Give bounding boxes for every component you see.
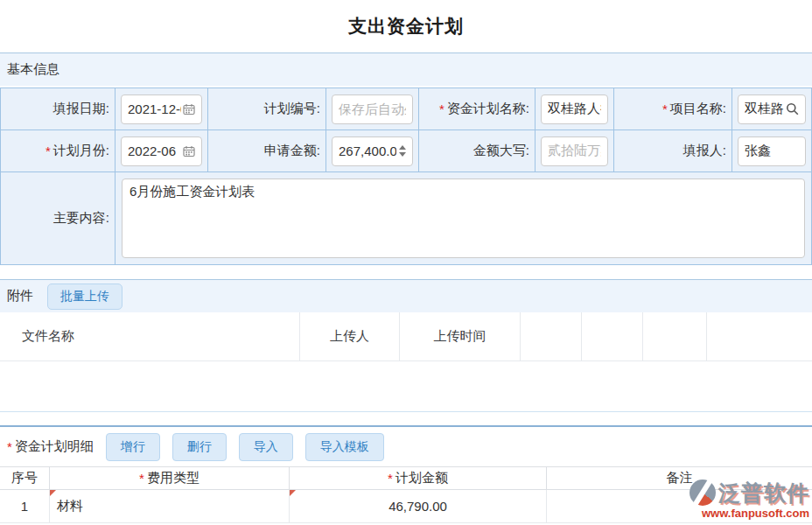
attachment-col-file-name: 文件名称 [0,312,300,361]
delete-row-button[interactable]: 删行 [172,433,227,461]
field-label-plan-month: * 计划月份: [1,130,116,172]
attachment-table-body-empty [0,361,812,412]
detail-col-cost-type: * 费用类型 [50,467,290,489]
field-label-plan-name: * 资金计划名称: [419,88,536,130]
field-cell-plan-name [536,88,614,130]
field-cell-plan-no [326,88,419,130]
required-marker: * [46,144,51,158]
attachment-col-upload-time: 上传时间 [400,312,521,361]
field-cell-project-name [732,88,812,130]
field-label-report-date: 填报日期: [1,88,116,130]
up-down-stepper-icon[interactable] [399,145,406,157]
import-button[interactable]: 导入 [239,433,293,461]
amount-caps-input [548,144,601,158]
attachment-col-uploader: 上传人 [300,312,400,361]
attachment-col-empty [643,312,707,361]
apply-amount-input[interactable] [339,144,396,158]
detail-col-remark: 备注 [547,467,812,489]
attachment-col-empty [707,312,812,361]
attachment-section-title: 附件 [7,288,33,304]
fund-plan-detail-section: * 资金计划明细 增行 删行 导入 导入模板 序号 * 费用类型 * 计划金额 … [0,425,812,523]
field-cell-reporter [732,130,812,172]
title-bar: 支出资金计划 [0,0,812,52]
attachment-col-empty [582,312,643,361]
batch-upload-button[interactable]: 批量上传 [47,284,122,310]
detail-table-row: 1 材料 46,790.00 [0,490,812,523]
basic-info-section-header: 基本信息 [0,52,812,86]
required-marker: * [139,471,144,486]
project-name-input[interactable] [745,102,784,116]
required-marker: * [662,102,668,116]
field-label-project-name: * 项目名称: [614,88,732,130]
fund-plan-detail-toolbar: * 资金计划明细 增行 删行 导入 导入模板 [0,427,812,466]
attachment-col-empty [521,312,582,361]
attachment-section-header: 附件 批量上传 [0,279,812,312]
plan-name-input[interactable] [548,102,601,116]
detail-table-header: 序号 * 费用类型 * 计划金额 备注 [0,466,812,490]
calendar-icon[interactable] [183,145,195,158]
import-template-button[interactable]: 导入模板 [305,433,384,461]
spacer [0,265,812,279]
main-content-textarea[interactable]: 6月份施工资金计划表 [122,178,805,258]
add-row-button[interactable]: 增行 [106,433,160,461]
reporter-input[interactable] [745,144,799,158]
detail-row-remark-cell[interactable] [547,490,812,523]
expenditure-fund-plan-page: 支出资金计划 基本信息 填报日期: 计划编号: * 资金计划名称: [0,0,812,525]
basic-info-section-title: 基本信息 [7,61,60,78]
field-cell-main-content: 6月份施工资金计划表 [116,172,812,265]
plan-no-input[interactable] [339,102,406,116]
required-marker: * [388,471,393,486]
field-label-plan-no: 计划编号: [208,88,326,130]
detail-col-amount: * 计划金额 [290,467,547,489]
field-cell-amount-caps [536,130,614,172]
editable-cell-corner-icon [290,490,296,496]
field-cell-apply-amount [326,130,419,172]
fund-plan-detail-title: 资金计划明细 [15,438,94,455]
field-cell-plan-month [116,130,208,172]
required-marker: * [439,102,444,116]
page-title: 支出资金计划 [348,14,464,38]
plan-month-input[interactable] [128,144,181,158]
detail-row-cost-type-cell[interactable]: 材料 [50,490,290,523]
editable-cell-corner-icon [50,490,56,496]
search-icon[interactable] [786,102,799,116]
required-marker: * [7,439,12,454]
attachment-table-header: 文件名称 上传人 上传时间 [0,312,812,361]
spacer [0,412,812,425]
field-label-amount-caps: 金额大写: [419,130,536,172]
detail-row-no: 1 [0,490,50,523]
detail-col-no: 序号 [0,467,50,489]
basic-info-form: 填报日期: 计划编号: * 资金计划名称: * 项目名称: [0,88,812,265]
field-label-main-content: 主要内容: [1,172,116,265]
calendar-icon[interactable] [183,103,195,116]
detail-row-amount-cell[interactable]: 46,790.00 [290,490,547,523]
field-label-apply-amount: 申请金额: [208,130,326,172]
report-date-input[interactable] [128,102,181,116]
field-cell-report-date [116,88,208,130]
field-label-reporter: 填报人: [614,130,732,172]
